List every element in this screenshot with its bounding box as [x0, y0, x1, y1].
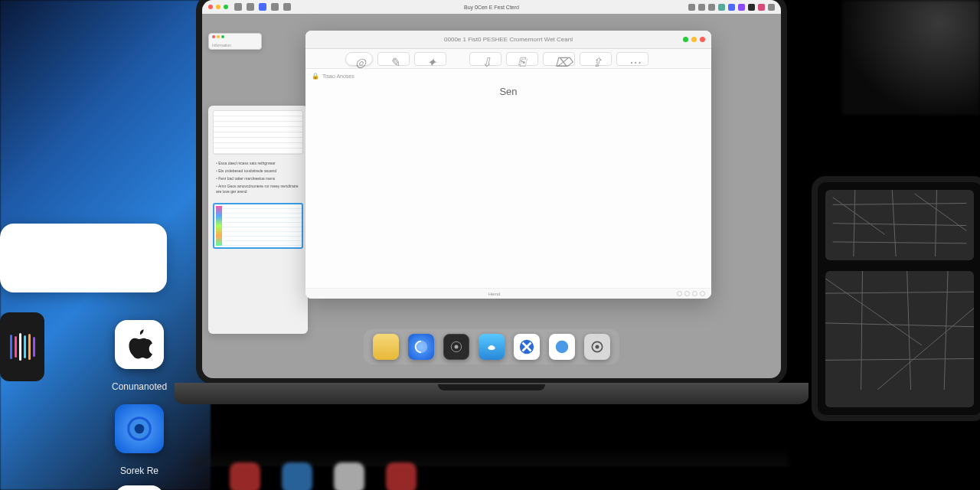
app-icon-2[interactable]: [115, 404, 164, 453]
svg-point-3: [135, 424, 145, 434]
footer-status: Heind: [488, 292, 501, 296]
status-icon[interactable]: [748, 4, 755, 11]
zoom-icon[interactable]: [221, 35, 224, 38]
zoom-icon[interactable]: [683, 37, 688, 42]
thumbnail-sidebar[interactable]: Essa daed mcess sats rethgnrear Ets orde…: [208, 106, 308, 334]
status-icon[interactable]: [738, 4, 745, 11]
minimize-icon[interactable]: [216, 5, 220, 9]
footer-control-icon[interactable]: [700, 291, 705, 296]
dock-app-3[interactable]: [443, 334, 469, 360]
toolbar-button[interactable]: ✦: [414, 52, 446, 66]
toolbar-button[interactable]: ⇩: [469, 52, 501, 66]
thumbnail-page[interactable]: [213, 110, 303, 155]
dock-app-2[interactable]: [408, 334, 434, 360]
menubar-right-items[interactable]: [688, 4, 775, 11]
menu-item-icon[interactable]: [283, 3, 291, 11]
content-heading: Sen: [499, 86, 517, 97]
document-window: 0000e 1 Fist0 PESHEE Cromernorrt Wet Cea…: [305, 31, 711, 299]
app-icon-3[interactable]: [115, 485, 164, 490]
window-toolbar: ◎ ✎ ✦ ⇩ ⎘ ⌦ ⇪ ⋯: [305, 49, 711, 69]
mini-app-window[interactable]: Information: [208, 33, 262, 50]
status-icon[interactable]: [768, 4, 775, 11]
window-footer: Heind: [305, 288, 711, 299]
menubar: Buy 0Cen E Fest Cterd: [202, 0, 781, 14]
dock-app-6[interactable]: [549, 334, 575, 360]
minimize-icon[interactable]: [217, 35, 220, 38]
close-icon[interactable]: [208, 5, 213, 9]
app-icon-1-label: Conunanoted: [112, 381, 167, 392]
window-titlebar[interactable]: 0000e 1 Fist0 PESHEE Cromernorrt Wet Cea…: [305, 31, 711, 49]
thumbnail-page-selected[interactable]: [213, 203, 303, 249]
close-icon[interactable]: [700, 37, 705, 42]
document-body: Sen: [305, 83, 711, 288]
svg-point-8: [556, 341, 569, 354]
footer-control-icon[interactable]: [684, 291, 690, 296]
dock-app-1[interactable]: [373, 334, 399, 360]
close-icon[interactable]: [212, 35, 215, 38]
footer-control-icon[interactable]: [677, 291, 682, 296]
menu-item-icon[interactable]: [259, 3, 266, 11]
gear-icon: ◎: [355, 55, 363, 63]
document-content[interactable]: Sen: [305, 83, 711, 288]
menu-item-icon[interactable]: [247, 3, 254, 11]
menu-item-icon[interactable]: [234, 3, 242, 11]
map-view-bottom[interactable]: [825, 271, 974, 407]
status-icon[interactable]: [758, 4, 765, 11]
minimize-icon[interactable]: [691, 37, 697, 42]
menu-item-icon[interactable]: [271, 3, 279, 11]
reflected-icon: [334, 462, 364, 490]
window-title: 0000e 1 Fist0 PESHEE Cromernorrt Wet Cea…: [444, 36, 573, 43]
dock-app-4[interactable]: [479, 334, 505, 360]
mini-window-label: Information: [212, 43, 231, 47]
svg-line-15: [892, 190, 896, 256]
status-icon[interactable]: [688, 4, 695, 11]
status-icon[interactable]: [728, 4, 735, 11]
toolbar-button[interactable]: ◎: [345, 52, 373, 66]
svg-line-22: [861, 271, 863, 390]
note-line: Fenr bad tatter merdneeloe mens: [216, 176, 300, 181]
menubar-left-items[interactable]: [234, 3, 291, 11]
status-icon[interactable]: [708, 4, 715, 11]
dock-app-5[interactable]: [514, 334, 540, 360]
note-line: Amn Geos amovcdnonene ror meey nertdtrat…: [216, 184, 300, 194]
toolbar-button[interactable]: ⋯: [616, 52, 648, 66]
reflected-icon: [230, 462, 260, 490]
app-icon-1[interactable]: [115, 320, 164, 369]
macbook-base: [175, 383, 808, 404]
svg-line-13: [833, 242, 967, 243]
map-view-top[interactable]: [825, 190, 974, 260]
svg-line-17: [833, 198, 885, 234]
left-app-icon-column: Conunanoted Sorek Re: [112, 320, 167, 490]
zoom-icon[interactable]: [224, 5, 228, 9]
tab-bar: 🔒 Tisao Anoses: [305, 69, 711, 83]
tool-icon: ⎘: [518, 55, 526, 63]
svg-line-11: [833, 203, 967, 204]
menubar-title: Buy 0Cen E Fest Cterd: [464, 5, 519, 10]
status-icon[interactable]: [718, 4, 725, 11]
toolbar-button[interactable]: ⇪: [580, 52, 612, 66]
svg-line-20: [825, 323, 974, 327]
svg-point-6: [455, 345, 459, 349]
note-line: Essa daed mcess sats rethgnrear: [216, 161, 300, 166]
tool-icon: ⌦: [555, 55, 563, 63]
svg-line-19: [825, 292, 974, 293]
dock: [364, 329, 619, 364]
footer-controls[interactable]: [677, 291, 705, 296]
svg-line-12: [833, 224, 967, 226]
svg-line-26: [877, 308, 974, 390]
window-traffic-lights[interactable]: [683, 37, 705, 42]
thumbnail-notes[interactable]: Essa daed mcess sats rethgnrear Ets orde…: [213, 158, 303, 200]
reflected-icon: [386, 462, 416, 490]
screen-bezel: Buy 0Cen E Fest Cterd: [196, 0, 787, 384]
menubar-traffic-lights[interactable]: [208, 5, 228, 9]
footer-control-icon[interactable]: [692, 291, 697, 296]
toolbar-button[interactable]: ⎘: [506, 52, 538, 66]
svg-line-21: [825, 358, 974, 360]
status-icon[interactable]: [698, 4, 705, 11]
dock-app-7[interactable]: [584, 334, 610, 360]
note-line: Ets ordebesed toudvitrede asoend: [216, 168, 300, 174]
tab-label[interactable]: Tisao Anoses: [322, 74, 354, 79]
toolbar-button[interactable]: ⌦: [543, 52, 575, 66]
cable-widget: [0, 389, 44, 435]
toolbar-button[interactable]: ✎: [377, 52, 410, 66]
